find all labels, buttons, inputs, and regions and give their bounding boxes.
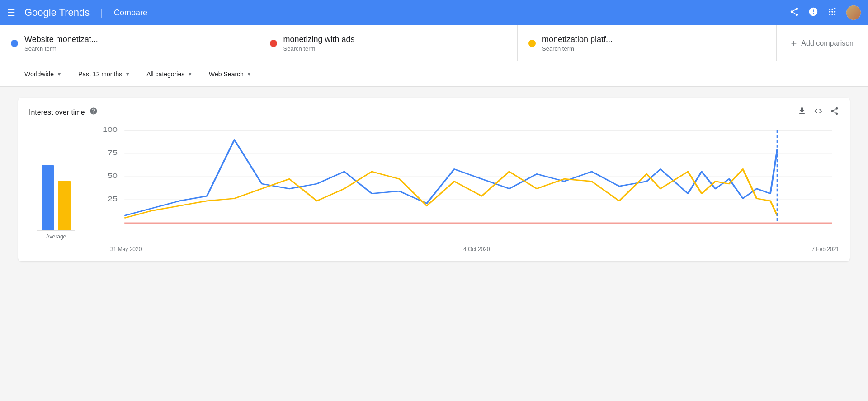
page-title: Compare xyxy=(114,8,147,18)
add-comparison-button[interactable]: + Add comparison xyxy=(777,25,868,61)
category-chevron: ▼ xyxy=(187,71,193,77)
main-content: Interest over time xyxy=(0,87,868,401)
add-comparison-label: Add comparison xyxy=(801,39,854,47)
add-icon: + xyxy=(791,37,797,49)
share-chart-icon[interactable] xyxy=(830,107,839,118)
line-chart-wrapper: 100 75 50 25 31 May 2020 4 Oct xyxy=(83,125,839,252)
svg-text:75: 75 xyxy=(108,149,118,156)
term2-dot xyxy=(270,40,277,47)
apps-icon[interactable] xyxy=(827,7,837,19)
download-icon[interactable] xyxy=(797,107,807,118)
avg-bar-blue xyxy=(42,165,54,230)
chart-actions xyxy=(797,107,839,118)
avatar[interactable] xyxy=(846,5,861,20)
search-bar-area: Website monetizat... Search term monetiz… xyxy=(0,25,868,61)
x-label-2: 4 Oct 2020 xyxy=(463,246,490,252)
svg-text:100: 100 xyxy=(103,126,118,133)
chart-svg: 100 75 50 25 xyxy=(83,125,839,242)
filters-bar: Worldwide ▼ Past 12 months ▼ All categor… xyxy=(0,61,868,87)
period-filter[interactable]: Past 12 months ▼ xyxy=(72,67,137,81)
region-chevron: ▼ xyxy=(57,71,62,77)
period-label: Past 12 months xyxy=(78,70,122,78)
logo: Google Trends xyxy=(24,7,90,19)
header-icons xyxy=(789,5,861,20)
term3-name: monetization platf... xyxy=(542,35,613,44)
svg-text:50: 50 xyxy=(108,172,118,179)
avg-bar-yellow xyxy=(58,181,71,230)
x-label-1: 31 May 2020 xyxy=(110,246,142,252)
average-label: Average xyxy=(46,233,66,240)
term1-label: Search term xyxy=(24,45,98,52)
period-chevron: ▼ xyxy=(125,71,130,77)
term1-name: Website monetizat... xyxy=(24,35,98,44)
chart-header: Interest over time xyxy=(29,107,839,118)
menu-icon[interactable]: ☰ xyxy=(7,7,15,18)
embed-icon[interactable] xyxy=(814,107,823,118)
chart-card: Interest over time xyxy=(18,98,850,261)
region-label: Worldwide xyxy=(24,70,54,78)
notifications-icon[interactable] xyxy=(808,7,818,19)
share-icon[interactable] xyxy=(789,7,799,19)
type-chevron: ▼ xyxy=(246,71,252,77)
region-filter[interactable]: Worldwide ▼ xyxy=(18,67,68,81)
term3-label: Search term xyxy=(542,45,613,52)
chart-title: Interest over time xyxy=(29,108,85,117)
term1-dot xyxy=(11,40,18,47)
search-term-3[interactable]: monetization platf... Search term xyxy=(518,25,777,61)
svg-text:25: 25 xyxy=(108,195,118,202)
term2-label: Search term xyxy=(283,45,355,52)
term3-dot xyxy=(528,40,536,47)
search-term-2[interactable]: monetizing with ads Search term xyxy=(259,25,518,61)
category-filter[interactable]: All categories ▼ xyxy=(140,67,199,81)
average-bars xyxy=(37,140,75,231)
term2-name: monetizing with ads xyxy=(283,35,355,44)
x-label-3: 7 Feb 2021 xyxy=(811,246,839,252)
header: ☰ Google Trends | Compare xyxy=(0,0,868,25)
search-term-1[interactable]: Website monetizat... Search term xyxy=(0,25,259,61)
type-filter[interactable]: Web Search ▼ xyxy=(203,67,258,81)
type-label: Web Search xyxy=(209,70,244,78)
average-section: Average xyxy=(29,140,83,252)
category-label: All categories xyxy=(146,70,184,78)
help-icon[interactable] xyxy=(90,107,98,117)
